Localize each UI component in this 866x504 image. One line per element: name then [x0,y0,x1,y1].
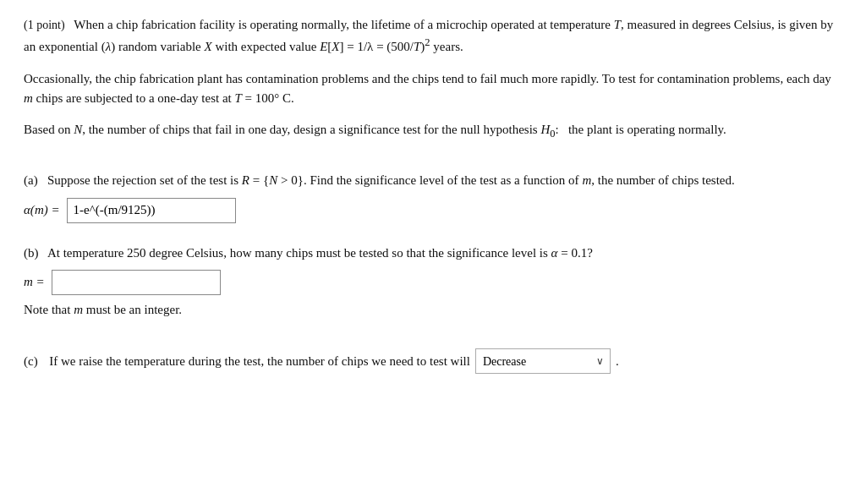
temperature-effect-select[interactable]: Decrease Increase Stay the same [475,348,611,374]
m-note-var: m [74,303,83,316]
N-var: N [74,123,82,136]
contamination-text: Occasionally, the chip fabrication plant… [24,69,842,109]
T-var: T [614,18,621,31]
intro-section: (1 point) When a chip fabrication facili… [24,15,842,58]
EX-expr: E [320,40,327,53]
m-label: m = [24,272,45,292]
part-c-text: If we raise the temperature during the t… [49,352,470,371]
part-c-row: (c) If we raise the temperature during t… [24,348,842,374]
part-c-label: (c) [24,352,44,371]
H0-label: H [540,123,550,136]
alpha-answer-row: α(m) = [24,198,842,223]
part-b-text: (b) At temperature 250 degree Celsius, h… [24,244,842,263]
m-answer-row: m = [24,270,842,295]
m-input[interactable] [52,270,221,295]
decrease-select-wrapper[interactable]: Decrease Increase Stay the same [475,348,611,374]
period: . [616,352,619,371]
intro-text: When a chip fabrication facility is oper… [24,18,833,53]
part-b-section: (b) At temperature 250 degree Celsius, h… [24,244,842,320]
hypothesis-text: Based on N, the number of chips that fai… [24,120,842,142]
m-var-a: m [582,173,591,187]
part-a-label: (a) [24,173,44,187]
part-a-text: (a) Suppose the rejection set of the tes… [24,171,842,190]
note-text: Note that m must be an integer. [24,300,842,320]
alpha-input[interactable] [67,198,236,223]
part-b-label: (b) [24,246,45,260]
lambda-sym: λ [106,40,112,53]
alpha-label: α(m) = [24,200,60,220]
point-label: (1 point) [24,19,68,31]
part-a-section: (a) Suppose the rejection set of the tes… [24,171,842,222]
part-c-section: (c) If we raise the temperature during t… [24,348,842,374]
X-var: X [205,40,212,53]
m-var-intro: m [24,91,33,105]
T-var2: T [235,91,242,105]
